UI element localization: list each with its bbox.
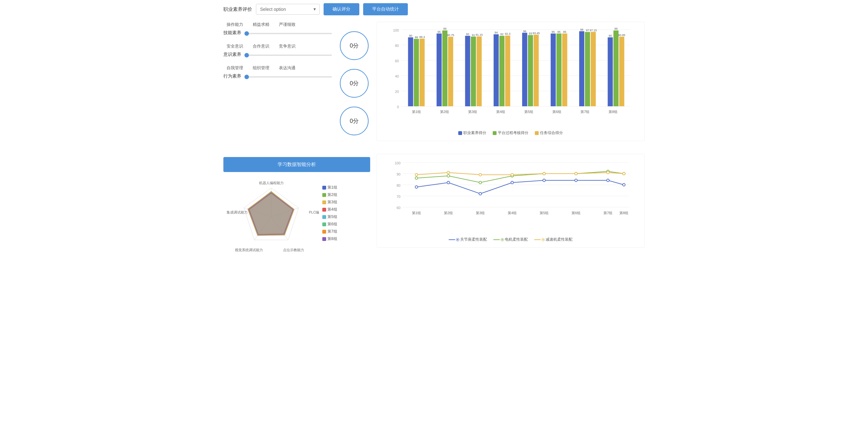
svg-point-120	[511, 173, 514, 176]
svg-text:97.15: 97.15	[590, 29, 597, 32]
awareness-sub-2: 合作意识	[253, 43, 269, 49]
skill-score-circle: 0分	[340, 31, 369, 60]
svg-text:第8组: 第8组	[619, 211, 628, 215]
svg-text:100: 100	[395, 161, 401, 165]
radar-legend: 第1组 第2组 第3组 第4组	[322, 179, 337, 242]
awareness-slider-track[interactable]	[244, 55, 332, 56]
radar-legend-1: 第1组	[322, 185, 337, 190]
svg-text:第5组: 第5组	[539, 211, 549, 215]
svg-rect-52	[591, 32, 596, 106]
radar-legend-label-3: 第3组	[328, 199, 337, 205]
bar-legend-item-3: 任务综合得分	[535, 130, 563, 136]
svg-text:点位示教能力: 点位示教能力	[283, 248, 304, 252]
radar-legend-7: 第7组	[322, 229, 337, 234]
svg-text:88: 88	[415, 36, 418, 39]
radar-legend-4: 第4组	[322, 207, 337, 212]
radar-legend-label-7: 第7组	[328, 229, 337, 234]
option-select[interactable]: Select option	[256, 4, 320, 15]
bar-chart-svg: 100 80 60 40 20 0 908888.3959990.7592919…	[377, 25, 644, 127]
svg-rect-36	[522, 33, 527, 106]
svg-text:92: 92	[500, 33, 503, 36]
bar-legend-color-3	[535, 131, 539, 135]
svg-rect-46	[562, 33, 567, 106]
behavior-score-circle: 0分	[340, 106, 369, 135]
radar-legend-label-6: 第6组	[328, 222, 337, 227]
svg-rect-26	[471, 37, 476, 106]
skill-slider-track[interactable]	[244, 33, 332, 34]
svg-text:60: 60	[395, 59, 399, 63]
svg-text:95: 95	[437, 30, 441, 33]
svg-point-110	[447, 175, 450, 177]
svg-rect-50	[585, 32, 590, 106]
svg-text:90: 90	[609, 34, 612, 37]
svg-rect-32	[499, 36, 504, 106]
top-section: 操作能力 精益求精 严谨细致 技能素养 安全意识 合作意识 竞争意识	[223, 22, 645, 148]
radar-legend-label-8: 第8组	[328, 236, 337, 242]
skill-slider-row: 技能素养	[223, 30, 332, 37]
svg-text:98: 98	[580, 28, 583, 31]
bar-legend-color-2	[493, 131, 497, 135]
svg-text:40: 40	[395, 74, 399, 78]
radar-legend-color-2	[322, 193, 326, 197]
svg-point-105	[543, 179, 546, 182]
behavior-slider-thumb[interactable]	[244, 75, 249, 79]
svg-text:94: 94	[495, 31, 498, 34]
select-wrapper[interactable]: Select option ▼	[256, 4, 320, 15]
awareness-section: 安全意识 合作意识 竞争意识 意识素养	[223, 43, 332, 59]
line-legend-2: 电机柔性装配	[493, 237, 528, 242]
svg-rect-54	[608, 37, 613, 106]
svg-text:99: 99	[443, 27, 446, 30]
svg-text:PLC编程能力: PLC编程能力	[309, 210, 319, 214]
radar-legend-label-5: 第5组	[328, 214, 337, 220]
svg-text:0: 0	[397, 105, 399, 109]
svg-rect-56	[613, 30, 618, 106]
svg-text:70: 70	[397, 195, 401, 198]
bar-legend-color-1	[458, 131, 462, 135]
bar-legend-label-1: 职业素养得分	[463, 130, 486, 136]
svg-rect-14	[414, 39, 419, 106]
line-legend-label-1: 关节座柔性装配	[460, 237, 487, 242]
radar-legend-label-4: 第4组	[328, 207, 337, 212]
awareness-sub-1: 安全意识	[226, 43, 243, 49]
radar-chart-svg: 机器人编程能力 PLC编程能力 点位示教能力 视觉系统调试能力 集成调试能力	[223, 179, 319, 255]
svg-text:80: 80	[397, 184, 401, 187]
svg-point-109	[415, 177, 418, 179]
confirm-button[interactable]: 确认评分	[323, 3, 359, 15]
auto-stats-button[interactable]: 平台自动统计	[363, 3, 408, 15]
behavior-section: 自我管理 组织管理 表达沟通 行为素养	[223, 65, 332, 81]
awareness-sub-labels: 安全意识 合作意识 竞争意识	[223, 43, 332, 49]
learn-data-button[interactable]: 学习数据智能分析	[223, 157, 370, 172]
awareness-slider-thumb[interactable]	[244, 53, 249, 58]
svg-point-108	[623, 184, 625, 186]
svg-point-106	[575, 179, 577, 182]
svg-text:第3组: 第3组	[468, 110, 477, 114]
svg-point-102	[447, 181, 450, 184]
bar-legend-label-3: 任务综合得分	[540, 130, 563, 136]
svg-text:第7组: 第7组	[603, 211, 612, 215]
line-legend-3: 减速机柔性装配	[534, 237, 572, 242]
svg-rect-18	[437, 33, 442, 106]
line-chart-svg: 100 90 80 70 60 第1组 第2组 第3组	[377, 157, 644, 234]
bar-legend-label-2: 平台过程考核得分	[498, 130, 528, 136]
radar-legend-3: 第3组	[322, 199, 337, 205]
eval-panel: 操作能力 精益求精 严谨细致 技能素养 安全意识 合作意识 竞争意识	[223, 22, 332, 148]
bar-legend-item-2: 平台过程考核得分	[493, 130, 528, 136]
behavior-slider-track[interactable]	[244, 76, 332, 77]
skill-sub-labels: 操作能力 精益求精 严谨细致	[223, 22, 332, 27]
skill-slider-thumb[interactable]	[244, 31, 249, 36]
svg-text:第5组: 第5组	[524, 110, 533, 114]
svg-text:91: 91	[472, 33, 475, 37]
line-legend-label-3: 减速机柔性装配	[546, 237, 572, 242]
svg-point-121	[543, 172, 546, 175]
svg-rect-20	[442, 30, 447, 106]
svg-point-103	[479, 192, 482, 195]
svg-point-111	[479, 181, 482, 184]
svg-text:90.75: 90.75	[447, 33, 455, 37]
svg-text:机器人编程能力: 机器人编程能力	[259, 181, 284, 185]
svg-point-124	[623, 172, 625, 175]
line-legend-label-2: 电机柔性装配	[505, 237, 528, 242]
svg-point-117	[415, 173, 418, 176]
svg-text:集成调试能力: 集成调试能力	[226, 210, 248, 214]
svg-rect-28	[476, 36, 482, 106]
svg-text:第7组: 第7组	[581, 110, 589, 114]
